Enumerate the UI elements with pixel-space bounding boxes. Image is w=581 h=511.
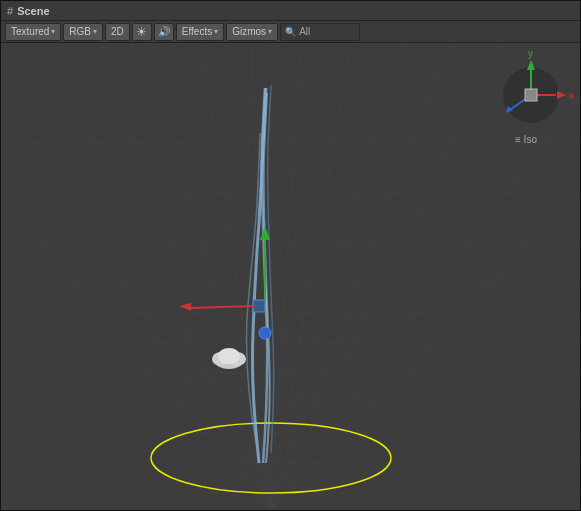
- gizmos-label: Gizmos: [232, 26, 266, 37]
- scene-icon: #: [7, 5, 13, 17]
- gizmos-button[interactable]: Gizmos ▾: [226, 23, 278, 41]
- toolbar: Textured ▾ RGB ▾ 2D ☀ 🔊 Effects ▾ Gizmos…: [1, 21, 580, 43]
- search-field[interactable]: 🔍 All: [280, 23, 360, 41]
- search-icon: 🔍: [285, 27, 296, 37]
- sun-icon: ☀: [136, 25, 147, 39]
- textured-button[interactable]: Textured ▾: [5, 23, 61, 41]
- scene-window: # Scene Textured ▾ RGB ▾ 2D ☀ 🔊 Effects …: [0, 0, 581, 511]
- rgb-button[interactable]: RGB ▾: [63, 23, 103, 41]
- window-title: Scene: [17, 5, 49, 17]
- gizmos-dropdown-arrow: ▾: [268, 27, 272, 36]
- scene-canvas: x y ≡ Iso: [1, 43, 580, 510]
- svg-point-37: [218, 348, 240, 364]
- viewport[interactable]: x y ≡ Iso: [1, 43, 580, 510]
- svg-text:x: x: [569, 90, 574, 101]
- effects-dropdown-arrow: ▾: [214, 27, 218, 36]
- audio-icon-button[interactable]: 🔊: [154, 23, 174, 41]
- mode-2d-button[interactable]: 2D: [105, 23, 130, 41]
- textured-dropdown-arrow: ▾: [51, 27, 55, 36]
- search-text: All: [299, 26, 310, 37]
- effects-label: Effects: [182, 26, 212, 37]
- svg-point-33: [259, 327, 271, 339]
- svg-rect-45: [525, 89, 537, 101]
- svg-text:≡ Iso: ≡ Iso: [515, 134, 537, 145]
- rgb-label: RGB: [69, 26, 91, 37]
- title-bar: # Scene: [1, 1, 580, 21]
- audio-icon: 🔊: [158, 26, 170, 37]
- sun-icon-button[interactable]: ☀: [132, 23, 152, 41]
- textured-label: Textured: [11, 26, 49, 37]
- svg-text:y: y: [528, 48, 533, 59]
- effects-button[interactable]: Effects ▾: [176, 23, 224, 41]
- rgb-dropdown-arrow: ▾: [93, 27, 97, 36]
- mode-2d-label: 2D: [111, 26, 124, 37]
- svg-rect-28: [253, 300, 265, 312]
